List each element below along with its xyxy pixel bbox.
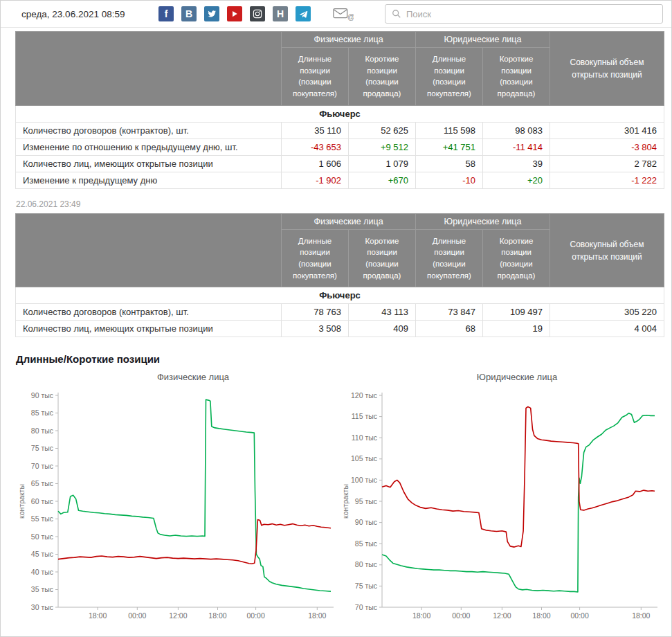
open-positions-table-current: Физические лицаЮридические лицаСовокупны… [15, 31, 664, 189]
total-open-positions-header: Совокупный объем открытых позиций [550, 213, 664, 287]
svg-text:90 тыс: 90 тыс [355, 518, 377, 526]
corner-header [16, 32, 282, 106]
youtube-icon[interactable] [227, 6, 242, 21]
value-cell: 115 598 [416, 122, 483, 138]
svg-text:12:00: 12:00 [169, 611, 187, 620]
value-cell: 73 847 [416, 304, 483, 321]
chart-legal-entities: Юридические лица70 тыс75 тыс80 тыс85 тыс… [339, 369, 663, 637]
social-links: fВH [158, 6, 311, 21]
search-input[interactable] [406, 9, 656, 19]
value-cell: 43 113 [349, 304, 416, 321]
instagram-icon[interactable] [250, 6, 265, 21]
open-positions-current: Физические лицаЮридические лицаСовокупны… [15, 31, 662, 189]
svg-text:50 тыс: 50 тыс [31, 532, 53, 541]
svg-text:40 тыс: 40 тыс [31, 568, 53, 576]
group-header-individuals: Физические лица [282, 213, 416, 229]
total-open-positions-header: Совокупный объем открытых позиций [550, 32, 664, 106]
long-positions-header: Длинные позиции (позиции покупателя) [282, 48, 349, 106]
data-row: Количество лиц, имеющих открытые позиции… [16, 321, 664, 337]
datetime-text: среда, 23.06.2021 08:59 [21, 9, 158, 19]
value-cell: -10 [416, 172, 483, 188]
value-cell: -3 804 [550, 138, 664, 155]
svg-text:30 тыс: 30 тыс [31, 603, 53, 611]
long-positions-header: Длинные позиции (позиции покупателя) [416, 229, 483, 287]
value-cell: -43 653 [282, 138, 349, 155]
group-header-individuals: Физические лица [282, 32, 416, 48]
svg-text:70 тыс: 70 тыс [31, 462, 53, 470]
row-label: Количество лиц, имеющих открытые позиции [16, 155, 282, 172]
value-cell: 52 625 [349, 122, 416, 138]
svg-text:90 тыс: 90 тыс [31, 391, 53, 400]
open-positions-table-previous: Физические лицаЮридические лицаСовокупны… [15, 213, 664, 338]
h-icon[interactable]: H [273, 6, 288, 21]
svg-text:00:00: 00:00 [452, 611, 470, 620]
svg-text:12:00: 12:00 [493, 611, 511, 620]
telegram-icon[interactable] [296, 6, 311, 21]
svg-text:45 тыс: 45 тыс [31, 550, 53, 558]
svg-text:контракты: контракты [17, 484, 26, 519]
long-positions-header: Длинные позиции (позиции покупателя) [416, 48, 483, 106]
value-cell: 3 508 [282, 321, 349, 337]
section-title: Длинные/Короткие позиции [16, 353, 662, 365]
chart-title: Юридические лица [339, 369, 663, 386]
value-cell: 301 416 [550, 122, 664, 138]
svg-text:65 тыс: 65 тыс [31, 479, 53, 487]
row-label: Количество лиц, имеющих открытые позиции [16, 321, 282, 337]
long-positions-header: Длинные позиции (позиции покупателя) [282, 229, 349, 287]
short-positions-header: Короткие позиции (позиции продавца) [349, 229, 416, 287]
content: Физические лицаЮридические лицаСовокупны… [1, 28, 671, 637]
data-row: Изменение к предыдущему дню-1 902+670-10… [16, 172, 664, 188]
open-positions-previous: Физические лицаЮридические лицаСовокупны… [15, 213, 662, 338]
svg-text:18:00: 18:00 [532, 611, 550, 620]
svg-text:18:00: 18:00 [89, 611, 107, 620]
value-cell: -11 414 [483, 138, 550, 155]
row-label: Количество договоров (контрактов), шт. [16, 304, 282, 321]
svg-text:55 тыс: 55 тыс [31, 514, 53, 523]
corner-header [16, 213, 282, 287]
data-row: Количество договоров (контрактов), шт.35… [16, 122, 664, 138]
search-box [385, 4, 663, 24]
value-cell: +9 512 [349, 138, 416, 155]
twitter-icon[interactable] [204, 6, 219, 21]
value-cell: 39 [483, 155, 550, 172]
value-cell: 4 004 [550, 321, 664, 337]
short-positions-header: Короткие позиции (позиции продавца) [349, 48, 416, 106]
instrument-section-row: Фьючерс [16, 105, 664, 122]
chart-plot: 30 тыс35 тыс40 тыс45 тыс50 тыс55 тыс60 т… [15, 386, 339, 631]
facebook-icon[interactable]: f [158, 6, 174, 21]
svg-text:@: @ [347, 13, 354, 21]
svg-text:00:00: 00:00 [128, 611, 146, 620]
email-subscribe-icon[interactable]: @ [333, 8, 354, 21]
chart-individuals: Физические лица30 тыс35 тыс40 тыс45 тыс5… [15, 369, 339, 637]
value-cell: 68 [416, 321, 483, 337]
previous-timestamp: 22.06.2021 23:49 [16, 199, 662, 209]
row-label: Изменение по отношению к предыдущему дню… [16, 138, 282, 155]
row-label: Количество договоров (контрактов), шт. [16, 122, 282, 138]
svg-text:35 тыс: 35 тыс [31, 585, 53, 593]
value-cell: -1 902 [282, 172, 349, 188]
svg-text:00:00: 00:00 [570, 611, 588, 620]
svg-text:95 тыс: 95 тыс [355, 497, 377, 505]
svg-text:18:00: 18:00 [412, 611, 430, 620]
data-row: Изменение по отношению к предыдущему дню… [16, 138, 664, 155]
instrument-section-label: Фьючерс [16, 105, 664, 122]
svg-text:80 тыс: 80 тыс [31, 427, 53, 435]
data-row: Количество договоров (контрактов), шт.78… [16, 304, 664, 321]
svg-text:105 тыс: 105 тыс [351, 455, 377, 463]
value-cell: 35 110 [282, 122, 349, 138]
value-cell: +20 [483, 172, 550, 188]
group-header-legal: Юридические лица [416, 213, 550, 229]
svg-text:100 тыс: 100 тыс [351, 476, 377, 484]
value-cell: +670 [349, 172, 416, 188]
svg-text:80 тыс: 80 тыс [355, 561, 377, 569]
value-cell: 409 [349, 321, 416, 337]
instrument-section-row: Фьючерс [16, 287, 664, 304]
value-cell: 19 [483, 321, 550, 337]
value-cell: 1 079 [349, 155, 416, 172]
vk-icon[interactable]: В [181, 6, 197, 21]
svg-text:18:00: 18:00 [632, 611, 650, 620]
value-cell: +41 751 [416, 138, 483, 155]
svg-text:70 тыс: 70 тыс [355, 603, 377, 611]
chart-title: Физические лица [15, 369, 339, 386]
short-positions-header: Короткие позиции (позиции продавца) [483, 229, 550, 287]
